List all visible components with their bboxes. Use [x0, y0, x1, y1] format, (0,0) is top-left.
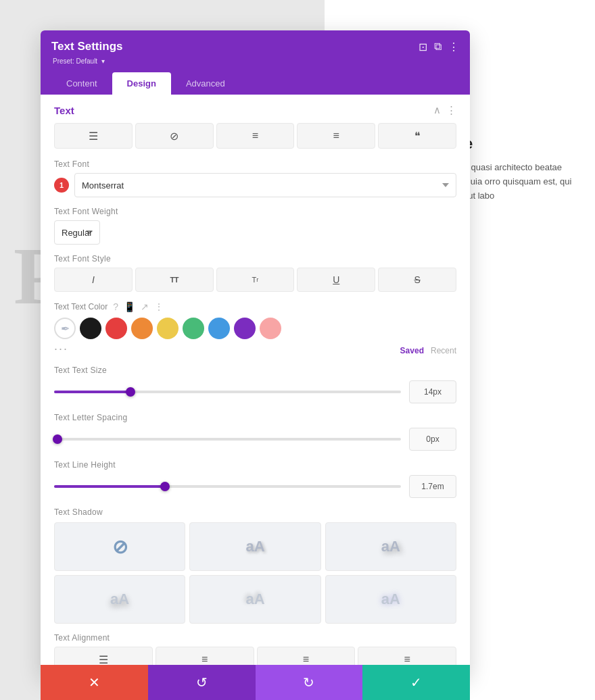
redo-icon: ↻ — [303, 674, 314, 691]
letter-spacing-value[interactable]: 0px — [409, 428, 456, 451]
color-picker-row: ✒ — [54, 318, 456, 339]
text-size-value[interactable]: 14px — [409, 380, 456, 403]
color-tabs: Saved Recent — [400, 346, 456, 355]
color-swatch-orange[interactable] — [131, 318, 153, 339]
style-italic-btn[interactable]: I — [54, 268, 133, 292]
style-tr-btn[interactable]: Tr — [216, 268, 295, 292]
fullscreen-icon[interactable]: ⊡ — [419, 41, 427, 53]
color-swatch-pink[interactable] — [260, 318, 281, 339]
letter-spacing-slider[interactable] — [54, 437, 401, 441]
section-title: Text — [54, 105, 74, 116]
font-weight-label: Text Font Weight — [54, 207, 456, 216]
tab-advanced[interactable]: Advanced — [171, 72, 240, 95]
color-swatch-empty[interactable]: ✒ — [54, 318, 76, 339]
section-title-icons: ∧ ⋮ — [433, 104, 456, 116]
cancel-icon: ✕ — [89, 674, 100, 691]
color-swatch-blue[interactable] — [208, 318, 230, 339]
letter-spacing-slider-row: 0px — [54, 428, 456, 451]
shadow-preview-1: aA — [245, 538, 264, 555]
color-swatch-black[interactable] — [80, 318, 101, 339]
shadow-style-4-btn[interactable]: aA — [189, 575, 320, 624]
text-size-label: Text Text Size — [54, 366, 456, 375]
more-options-icon[interactable]: ⋮ — [448, 41, 459, 53]
shadow-grid: ⊘ aA aA aA aA aA — [54, 522, 456, 624]
text-shadow-label: Text Shadow — [54, 507, 456, 517]
eyedropper-icon: ✒ — [61, 322, 70, 335]
settings-panel: Text Settings ⊡ ⧉ ⋮ Preset: Default ▾ Co… — [41, 30, 470, 676]
line-height-label: Text Line Height — [54, 460, 456, 470]
section-title-row: Text ∧ ⋮ — [54, 95, 456, 123]
panel-title: Text Settings — [51, 40, 122, 53]
color-help-icon[interactable]: ? — [113, 301, 118, 312]
tab-design[interactable]: Design — [112, 72, 171, 95]
shadow-style-1-btn[interactable]: aA — [189, 522, 320, 571]
font-weight-select[interactable]: Regular — [54, 220, 100, 245]
more-swatches-btn[interactable]: ··· — [54, 342, 68, 356]
color-more-icon[interactable]: ⋮ — [154, 301, 164, 312]
color-swatch-red[interactable] — [105, 318, 127, 339]
panel-header-icons: ⊡ ⧉ ⋮ — [419, 41, 459, 53]
font-select[interactable]: Montserrat — [74, 173, 456, 197]
align-right-btn[interactable]: ≡ — [297, 123, 375, 149]
alignment-row: ☰ ⊘ ≡ ≡ ❝ — [54, 123, 456, 149]
section-more-icon[interactable]: ⋮ — [446, 104, 456, 116]
color-tab-saved[interactable]: Saved — [400, 346, 424, 355]
line-height-value[interactable]: 1.7em — [409, 475, 456, 498]
shadow-none-btn[interactable]: ⊘ — [54, 522, 185, 571]
collapse-icon[interactable]: ∧ — [433, 104, 441, 116]
color-swatch-green[interactable] — [183, 318, 204, 339]
align-none-btn[interactable]: ⊘ — [135, 123, 214, 149]
font-badge: 1 — [54, 178, 69, 193]
align-left-btn[interactable]: ☰ — [54, 123, 133, 149]
color-device-icon[interactable]: 📱 — [124, 301, 135, 312]
color-cursor-icon[interactable]: ↗ — [141, 301, 149, 312]
confirm-button[interactable]: ✓ — [362, 665, 470, 700]
shadow-style-3-btn[interactable]: aA — [54, 575, 185, 624]
text-alignment-label: Text Alignment — [54, 633, 456, 643]
color-label-row: Text Text Color ? 📱 ↗ ⋮ — [54, 301, 456, 312]
undo-icon: ↺ — [196, 674, 208, 691]
panel-body: Text ∧ ⋮ ☰ ⊘ ≡ ≡ ❝ Text Font 1 Montserra… — [41, 95, 470, 676]
color-tab-recent[interactable]: Recent — [431, 346, 456, 355]
action-bar: ✕ ↺ ↻ ✓ — [41, 665, 470, 700]
style-tt-btn[interactable]: TT — [135, 268, 214, 292]
shadow-preview-2: aA — [381, 538, 400, 555]
font-style-row: I TT Tr U S — [54, 268, 456, 292]
color-label: Text Text Color — [54, 302, 108, 311]
redo-button[interactable]: ↻ — [256, 665, 363, 700]
undo-button[interactable]: ↺ — [148, 665, 256, 700]
no-shadow-icon: ⊘ — [112, 536, 128, 558]
letter-spacing-label: Text Letter Spacing — [54, 413, 456, 422]
align-center-btn[interactable]: ≡ — [216, 123, 295, 149]
color-swatch-purple[interactable] — [234, 318, 256, 339]
layout-icon[interactable]: ⧉ — [434, 41, 442, 53]
shadow-preview-3: aA — [110, 591, 129, 608]
panel-header: Text Settings ⊡ ⧉ ⋮ Preset: Default ▾ Co… — [41, 30, 470, 95]
font-style-label: Text Font Style — [54, 254, 456, 264]
cancel-button[interactable]: ✕ — [41, 665, 148, 700]
panel-title-row: Text Settings ⊡ ⧉ ⋮ — [51, 40, 459, 53]
color-swatch-yellow[interactable] — [157, 318, 178, 339]
tab-content[interactable]: Content — [51, 72, 112, 95]
align-quote-btn[interactable]: ❝ — [378, 123, 456, 149]
text-size-slider-row: 14px — [54, 380, 456, 403]
shadow-style-2-btn[interactable]: aA — [325, 522, 456, 571]
style-underline-btn[interactable]: U — [297, 268, 375, 292]
preset-label[interactable]: Preset: Default ▾ — [51, 56, 459, 66]
shadow-preview-5: aA — [381, 591, 400, 608]
color-bottom-row: ··· Saved Recent — [54, 342, 456, 356]
confirm-icon: ✓ — [410, 674, 422, 691]
shadow-preview-4: aA — [245, 591, 264, 608]
line-height-slider-row: 1.7em — [54, 475, 456, 498]
shadow-style-5-btn[interactable]: aA — [325, 575, 456, 624]
text-size-slider[interactable] — [54, 390, 401, 394]
font-label: Text Font — [54, 159, 456, 169]
tabs-row: Content Design Advanced — [51, 72, 459, 95]
font-select-row: 1 Montserrat — [54, 173, 456, 197]
line-height-slider[interactable] — [54, 484, 401, 489]
style-strikethrough-btn[interactable]: S — [378, 268, 456, 292]
